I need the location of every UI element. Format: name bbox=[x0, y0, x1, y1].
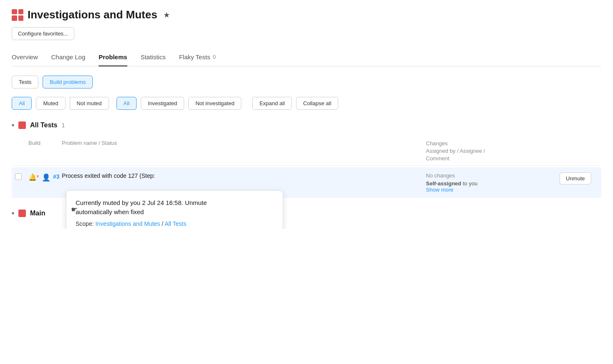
assigned-text: Self-assigned to you bbox=[426, 180, 555, 187]
mute-toggle-button[interactable]: 🔔 ✕ bbox=[28, 173, 39, 181]
tab-changelog[interactable]: Change Log bbox=[51, 49, 86, 66]
all-tests-count: 1 bbox=[62, 122, 65, 129]
tab-problems[interactable]: Problems bbox=[99, 49, 127, 66]
col-problem: Problem name / Status bbox=[62, 140, 426, 163]
problem-text: Process exited with code 127 (Step: bbox=[62, 172, 155, 179]
main-chevron-icon[interactable]: ▾ bbox=[12, 210, 14, 216]
filter-all-mute[interactable]: All bbox=[12, 97, 32, 110]
col-changes: Changes Assigned by / Assignee / Comment bbox=[426, 140, 560, 163]
tooltip-muted-text: Currently muted by you 2 Jul 24 16:58. U… bbox=[76, 198, 274, 217]
tab-statistics[interactable]: Statistics bbox=[141, 49, 166, 66]
changes-cell: No changes Self-assigned to you Show mor… bbox=[426, 172, 560, 193]
main-section-title: Main bbox=[30, 210, 45, 217]
sub-tab-build-problems[interactable]: Build problems bbox=[43, 76, 93, 88]
main-section-icon bbox=[18, 210, 26, 217]
configure-favorites-button[interactable]: Configure favorites... bbox=[12, 27, 74, 40]
no-changes-text: No changes bbox=[426, 172, 555, 179]
all-tests-section-header: ▾ All Tests 1 bbox=[12, 118, 601, 132]
expand-all-button[interactable]: Expand all bbox=[252, 97, 292, 110]
page-title: Investigations and Mutes bbox=[28, 8, 157, 21]
tab-overview[interactable]: Overview bbox=[12, 49, 38, 66]
scope-link-all-tests[interactable]: All Tests bbox=[165, 220, 186, 227]
table-header: Build Problem name / Status Changes Assi… bbox=[12, 137, 601, 166]
page-container: Investigations and Mutes ★ Configure fav… bbox=[0, 0, 613, 229]
col-build: Build bbox=[28, 140, 62, 163]
row-checkbox[interactable] bbox=[15, 173, 22, 180]
show-more-link[interactable]: Show more bbox=[426, 187, 453, 193]
col-checkbox bbox=[12, 140, 28, 163]
bell-muted-icon: 🔔 bbox=[28, 173, 37, 181]
problem-cell: Process exited with code 127 (Step: bbox=[62, 172, 426, 179]
unmute-cell: Unmute bbox=[560, 172, 601, 185]
sub-tab-tests[interactable]: Tests bbox=[12, 76, 38, 88]
mute-tooltip: Currently muted by you 2 Jul 24 16:58. U… bbox=[66, 190, 283, 229]
app-icon bbox=[12, 9, 23, 21]
filter-row: All Muted Not muted All Investigated Not… bbox=[12, 97, 601, 110]
filter-investigated[interactable]: Investigated bbox=[141, 97, 184, 110]
tooltip-scope: Scope: Investigations and Mutes / All Te… bbox=[76, 220, 274, 227]
unmute-button[interactable]: Unmute bbox=[560, 172, 591, 185]
row-checkbox-cell bbox=[12, 172, 28, 180]
tab-flaky-tests[interactable]: Flaky Tests 0 bbox=[179, 49, 216, 66]
filter-muted[interactable]: Muted bbox=[36, 97, 65, 110]
filter-not-muted[interactable]: Not muted bbox=[70, 97, 109, 110]
chevron-down-icon[interactable]: ▾ bbox=[12, 122, 14, 128]
header-row: Investigations and Mutes ★ bbox=[12, 8, 601, 21]
mute-x-icon: ✕ bbox=[36, 174, 39, 179]
build-cell: 🔔 ✕ 👤 #3 bbox=[28, 172, 62, 182]
table-row: 🔔 ✕ 👤 #3 Process exited with code 127 (S… bbox=[12, 167, 601, 198]
star-icon[interactable]: ★ bbox=[163, 10, 170, 20]
build-number[interactable]: #3 bbox=[53, 173, 60, 180]
collapse-all-button[interactable]: Collapse all bbox=[296, 97, 338, 110]
filter-not-investigated[interactable]: Not investigated bbox=[188, 97, 241, 110]
all-tests-title: All Tests bbox=[30, 121, 58, 129]
all-tests-icon bbox=[18, 121, 26, 129]
filter-all-investigate[interactable]: All bbox=[117, 97, 137, 110]
sub-tabs-row: Tests Build problems bbox=[12, 76, 601, 88]
col-action bbox=[560, 140, 601, 163]
scope-link-investigations[interactable]: Investigations and Mutes bbox=[95, 220, 160, 227]
user-badge-icon: 👤 bbox=[42, 173, 51, 182]
tabs-row: Overview Change Log Problems Statistics … bbox=[12, 49, 601, 66]
